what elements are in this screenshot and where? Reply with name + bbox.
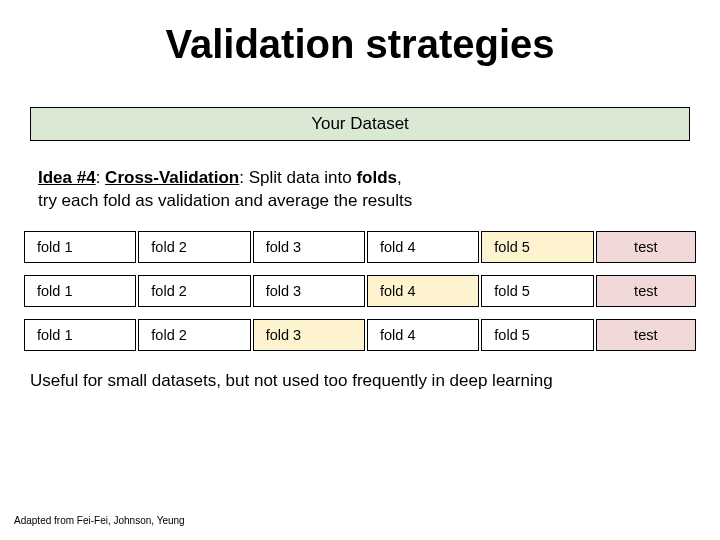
test-cell: test [596,319,696,351]
fold-cell: fold 2 [138,275,250,307]
test-cell: test [596,275,696,307]
fold-cell: fold 4 [367,275,479,307]
idea-desc-line2: try each fold as validation and average … [38,191,412,210]
fold-cell: fold 5 [481,231,593,263]
fold-row: fold 1fold 2fold 3fold 4fold 5test [24,231,696,263]
fold-cell: fold 3 [253,231,365,263]
dataset-box: Your Dataset [30,107,690,141]
idea-label: Idea #4 [38,168,96,187]
idea-desc-a: Split data into [249,168,357,187]
fold-cell: fold 1 [24,275,136,307]
slide-title: Validation strategies [0,0,720,89]
fold-cell: fold 5 [481,275,593,307]
idea-desc-b: , [397,168,402,187]
fold-cell: fold 3 [253,275,365,307]
fold-cell: fold 4 [367,319,479,351]
test-cell: test [596,231,696,263]
fold-row: fold 1fold 2fold 3fold 4fold 5test [24,319,696,351]
note-text: Useful for small datasets, but not used … [30,371,690,391]
fold-cell: fold 3 [253,319,365,351]
fold-cell: fold 5 [481,319,593,351]
fold-cell: fold 2 [138,231,250,263]
fold-cell: fold 1 [24,319,136,351]
idea-name: Cross-Validation [105,168,239,187]
fold-rows: fold 1fold 2fold 3fold 4fold 5testfold 1… [24,231,696,351]
fold-cell: fold 2 [138,319,250,351]
fold-cell: fold 4 [367,231,479,263]
idea-text: Idea #4: Cross-Validation: Split data in… [38,167,682,213]
credit-text: Adapted from Fei-Fei, Johnson, Yeung [14,515,185,526]
idea-desc-bold: folds [356,168,397,187]
fold-cell: fold 1 [24,231,136,263]
fold-row: fold 1fold 2fold 3fold 4fold 5test [24,275,696,307]
